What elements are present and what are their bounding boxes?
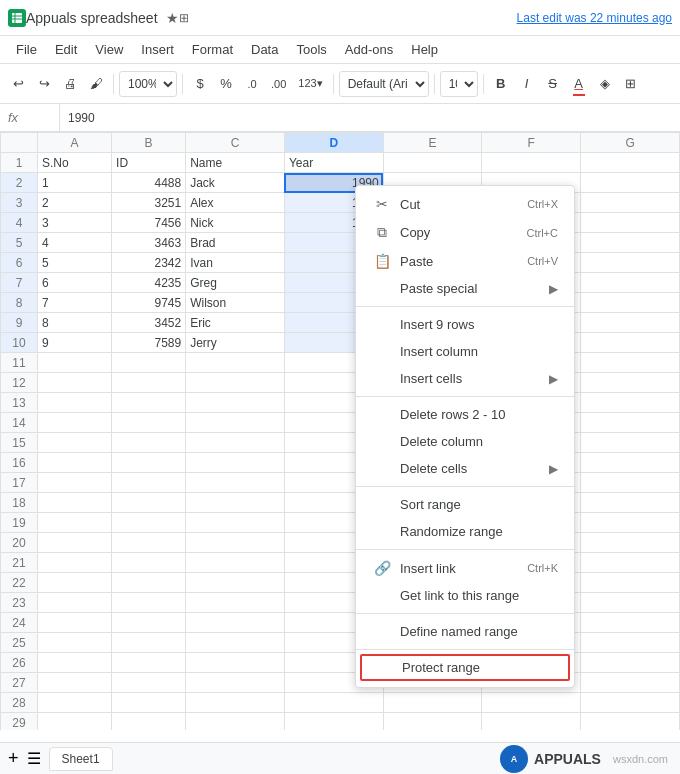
cell-a15[interactable] — [38, 433, 112, 453]
cell-a6[interactable]: 5 — [38, 253, 112, 273]
menu-data[interactable]: Data — [243, 40, 286, 59]
cell-c6[interactable]: Ivan — [186, 253, 285, 273]
col-header-d[interactable]: D — [284, 133, 383, 153]
cell-f29[interactable] — [482, 713, 581, 731]
cell-c22[interactable] — [186, 573, 285, 593]
cell-b10[interactable]: 7589 — [112, 333, 186, 353]
cell-b3[interactable]: 3251 — [112, 193, 186, 213]
cell-a29[interactable] — [38, 713, 112, 731]
cell-a13[interactable] — [38, 393, 112, 413]
cell-b6[interactable]: 2342 — [112, 253, 186, 273]
cell-b22[interactable] — [112, 573, 186, 593]
context-menu-delete-cells[interactable]: Delete cells▶ — [356, 455, 574, 482]
cell-b18[interactable] — [112, 493, 186, 513]
menu-edit[interactable]: Edit — [47, 40, 85, 59]
cell-a25[interactable] — [38, 633, 112, 653]
context-menu-insert-link[interactable]: 🔗Insert linkCtrl+K — [356, 554, 574, 582]
cell-b20[interactable] — [112, 533, 186, 553]
cell-b24[interactable] — [112, 613, 186, 633]
cell-c26[interactable] — [186, 653, 285, 673]
strikethrough-button[interactable]: S — [541, 70, 565, 98]
cell-c1[interactable]: Name — [186, 153, 285, 173]
cell-a18[interactable] — [38, 493, 112, 513]
cell-a2[interactable]: 1 — [38, 173, 112, 193]
menu-addons[interactable]: Add-ons — [337, 40, 401, 59]
cell-b19[interactable] — [112, 513, 186, 533]
percent-button[interactable]: % — [214, 70, 238, 98]
cell-c12[interactable] — [186, 373, 285, 393]
cell-d28[interactable] — [284, 693, 383, 713]
cell-a21[interactable] — [38, 553, 112, 573]
cell-a5[interactable]: 4 — [38, 233, 112, 253]
context-menu-cut[interactable]: ✂CutCtrl+X — [356, 190, 574, 218]
context-menu-copy[interactable]: ⧉CopyCtrl+C — [356, 218, 574, 247]
cell-a11[interactable] — [38, 353, 112, 373]
menu-view[interactable]: View — [87, 40, 131, 59]
cell-c23[interactable] — [186, 593, 285, 613]
col-header-a[interactable]: A — [38, 133, 112, 153]
cell-a10[interactable]: 9 — [38, 333, 112, 353]
cell-a17[interactable] — [38, 473, 112, 493]
context-menu-insert-column[interactable]: Insert column — [356, 338, 574, 365]
cell-a8[interactable]: 7 — [38, 293, 112, 313]
cell-b9[interactable]: 3452 — [112, 313, 186, 333]
context-menu-get-link[interactable]: Get link to this range — [356, 582, 574, 609]
cell-g28[interactable] — [581, 693, 680, 713]
cell-g7[interactable] — [581, 273, 680, 293]
col-header-e[interactable]: E — [383, 133, 482, 153]
italic-button[interactable]: I — [515, 70, 539, 98]
cell-c14[interactable] — [186, 413, 285, 433]
cell-b12[interactable] — [112, 373, 186, 393]
cell-g12[interactable] — [581, 373, 680, 393]
paint-format-button[interactable]: 🖌 — [84, 70, 108, 98]
cell-c8[interactable]: Wilson — [186, 293, 285, 313]
cell-c20[interactable] — [186, 533, 285, 553]
cell-d1[interactable]: Year — [284, 153, 383, 173]
cell-g21[interactable] — [581, 553, 680, 573]
cell-c27[interactable] — [186, 673, 285, 693]
cell-c13[interactable] — [186, 393, 285, 413]
cell-g1[interactable] — [581, 153, 680, 173]
col-header-f[interactable]: F — [482, 133, 581, 153]
context-menu-protect-range[interactable]: Protect range — [360, 654, 570, 681]
cell-b26[interactable] — [112, 653, 186, 673]
print-button[interactable]: 🖨 — [58, 70, 82, 98]
cell-g23[interactable] — [581, 593, 680, 613]
cell-b27[interactable] — [112, 673, 186, 693]
cell-f28[interactable] — [482, 693, 581, 713]
col-header-b[interactable]: B — [112, 133, 186, 153]
cell-a14[interactable] — [38, 413, 112, 433]
cell-c25[interactable] — [186, 633, 285, 653]
cell-b14[interactable] — [112, 413, 186, 433]
context-menu-define-named[interactable]: Define named range — [356, 618, 574, 645]
cell-g29[interactable] — [581, 713, 680, 731]
menu-format[interactable]: Format — [184, 40, 241, 59]
cell-g19[interactable] — [581, 513, 680, 533]
cell-c9[interactable]: Eric — [186, 313, 285, 333]
cell-g6[interactable] — [581, 253, 680, 273]
cell-c29[interactable] — [186, 713, 285, 731]
cell-c28[interactable] — [186, 693, 285, 713]
cell-c4[interactable]: Nick — [186, 213, 285, 233]
context-menu-paste[interactable]: 📋PasteCtrl+V — [356, 247, 574, 275]
cell-g22[interactable] — [581, 573, 680, 593]
folder-icon[interactable]: ⊞ — [179, 11, 189, 25]
context-menu-insert-cells[interactable]: Insert cells▶ — [356, 365, 574, 392]
cell-a22[interactable] — [38, 573, 112, 593]
context-menu-randomize-range[interactable]: Randomize range — [356, 518, 574, 545]
menu-file[interactable]: File — [8, 40, 45, 59]
col-header-g[interactable]: G — [581, 133, 680, 153]
cell-b4[interactable]: 7456 — [112, 213, 186, 233]
cell-g27[interactable] — [581, 673, 680, 693]
font-family-select[interactable]: Default (Ari... — [339, 71, 429, 97]
cell-e28[interactable] — [383, 693, 482, 713]
cell-c3[interactable]: Alex — [186, 193, 285, 213]
context-menu-sort-range[interactable]: Sort range — [356, 491, 574, 518]
sheet-tab[interactable]: Sheet1 — [49, 747, 113, 771]
cell-b25[interactable] — [112, 633, 186, 653]
cell-c10[interactable]: Jerry — [186, 333, 285, 353]
cell-g26[interactable] — [581, 653, 680, 673]
context-menu-insert-rows[interactable]: Insert 9 rows — [356, 311, 574, 338]
cell-g18[interactable] — [581, 493, 680, 513]
cell-g8[interactable] — [581, 293, 680, 313]
